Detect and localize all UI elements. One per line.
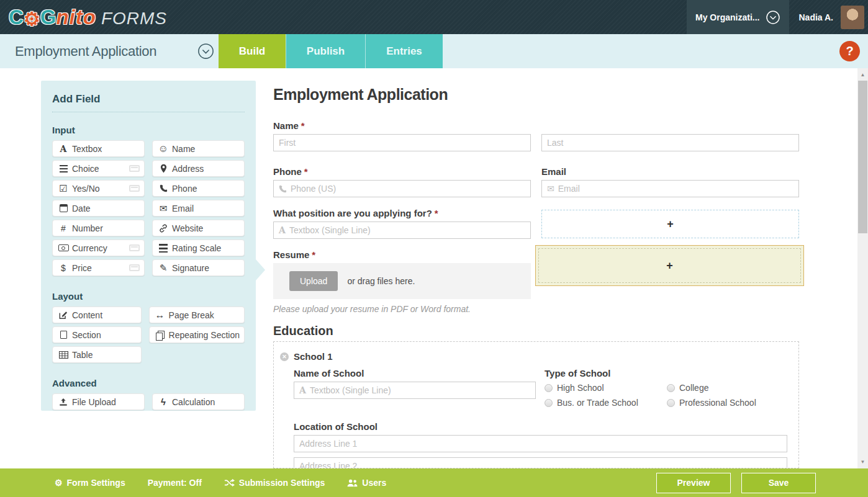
- email-input[interactable]: ✉ Email: [541, 180, 799, 197]
- address-line2-input[interactable]: Address Line 2: [294, 457, 787, 468]
- radio-icon[interactable]: [545, 399, 553, 407]
- field-button-phone[interactable]: Phone: [152, 180, 245, 197]
- checkbox-icon: ☑: [57, 183, 70, 194]
- field-button-rating-scale[interactable]: Rating Scale: [152, 240, 245, 256]
- logo-forms-text: FORMS: [101, 9, 167, 29]
- school-name-input[interactable]: A Textbox (Single Line): [294, 382, 536, 399]
- radio-icon[interactable]: [667, 384, 675, 392]
- radio-icon[interactable]: [545, 384, 553, 392]
- organization-menu-button[interactable]: My Organizati...: [687, 0, 789, 34]
- label-text: Name: [273, 120, 299, 131]
- radio-label: High School: [557, 383, 604, 393]
- top-header: C ⚙ G nito FORMS My Organizati... Nadia …: [0, 0, 868, 34]
- logo-letter-g: G: [40, 6, 57, 29]
- edit-icon: [57, 311, 70, 320]
- envelope-icon: ✉: [157, 203, 170, 214]
- location-of-school-label: Location of School: [294, 421, 377, 432]
- preview-button[interactable]: Preview: [656, 473, 731, 493]
- scrollbar-thumb[interactable]: [858, 81, 867, 233]
- field-button-table[interactable]: Table: [52, 346, 142, 363]
- field-button-section[interactable]: Section: [52, 326, 142, 343]
- calendar-icon: [57, 204, 70, 212]
- school-name-label: Name of School: [294, 368, 364, 378]
- textbox-placeholder-icon: A: [299, 385, 306, 395]
- field-button-signature[interactable]: ✎ Signature: [152, 259, 245, 276]
- add-field-panel: Add Field Input A Textbox ☺ Name Choice: [41, 81, 256, 411]
- add-field-dropzone[interactable]: +: [541, 210, 799, 238]
- remove-school-icon[interactable]: ✕: [280, 352, 289, 361]
- field-label: Table: [72, 350, 93, 360]
- field-button-content[interactable]: Content: [52, 307, 142, 323]
- vertical-scrollbar[interactable]: ▲ ▼: [857, 68, 868, 468]
- upload-button[interactable]: Upload: [289, 271, 338, 291]
- address-line1-input[interactable]: Address Line 1: [294, 435, 787, 452]
- field-label: Calculation: [172, 397, 215, 407]
- radio-option-college[interactable]: College: [667, 383, 708, 393]
- placeholder-text: First: [279, 138, 296, 148]
- gear-icon: ⚙: [55, 478, 63, 488]
- tab-publish[interactable]: Publish: [286, 34, 365, 68]
- save-button[interactable]: Save: [741, 473, 816, 493]
- position-input[interactable]: A Textbox (Single Line): [273, 222, 531, 239]
- add-field-title: Add Field: [52, 93, 245, 112]
- user-avatar[interactable]: [841, 6, 864, 29]
- field-button-price[interactable]: $ Price: [52, 259, 145, 276]
- field-button-calculation[interactable]: ϟ Calculation: [152, 393, 245, 410]
- radio-option-professional-school[interactable]: Professional School: [667, 398, 756, 408]
- field-button-file-upload[interactable]: File Upload: [52, 393, 145, 410]
- radio-option-trade-school[interactable]: Bus. or Trade School: [545, 398, 638, 408]
- radio-option-high-school[interactable]: High School: [545, 383, 604, 393]
- field-button-textbox[interactable]: A Textbox: [52, 140, 145, 157]
- form-menu-chevron-icon[interactable]: [197, 43, 214, 60]
- field-button-email[interactable]: ✉ Email: [152, 200, 245, 217]
- add-field-dropzone-selected[interactable]: +: [535, 245, 804, 286]
- help-button[interactable]: ?: [839, 41, 860, 61]
- field-label: Textbox: [72, 144, 102, 154]
- email-field-label: Email: [541, 166, 566, 177]
- textbox-placeholder-icon: A: [279, 225, 286, 235]
- user-name[interactable]: Nadia A.: [799, 12, 834, 22]
- field-label: Rating Scale: [172, 243, 221, 253]
- field-button-website[interactable]: Website: [152, 220, 245, 236]
- label-text: Phone: [273, 166, 302, 177]
- first-name-input[interactable]: First: [273, 134, 531, 151]
- form-settings-button[interactable]: ⚙ Form Settings: [55, 478, 125, 488]
- field-button-currency[interactable]: Currency: [52, 240, 145, 256]
- field-button-name[interactable]: ☺ Name: [152, 140, 245, 157]
- field-button-number[interactable]: # Number: [52, 220, 145, 236]
- field-button-repeating-section[interactable]: Repeating Section: [149, 326, 245, 343]
- phone-input[interactable]: Phone (US): [273, 180, 531, 197]
- organization-label: My Organizati...: [695, 12, 759, 22]
- submission-settings-button[interactable]: Submission Settings: [224, 478, 325, 488]
- field-button-address[interactable]: Address: [152, 160, 245, 177]
- field-label: Choice: [72, 164, 99, 174]
- field-label: Price: [72, 263, 92, 273]
- resume-upload-area[interactable]: Upload or drag files here.: [273, 263, 531, 299]
- field-label: Phone: [172, 184, 197, 194]
- field-label: Yes/No: [72, 184, 100, 194]
- field-button-date[interactable]: Date: [52, 200, 145, 217]
- field-label: Date: [72, 204, 91, 213]
- list-icon: [57, 165, 70, 172]
- tab-entries[interactable]: Entries: [365, 34, 443, 68]
- field-label: Email: [172, 204, 194, 213]
- link-icon: [157, 224, 170, 233]
- form-heading: Employment Application: [273, 86, 448, 104]
- logo-script-text: nito: [56, 6, 96, 29]
- last-name-input[interactable]: Last: [541, 134, 799, 151]
- radio-icon[interactable]: [667, 399, 675, 407]
- card-icon: [129, 165, 140, 172]
- scroll-down-icon[interactable]: ▼: [857, 459, 868, 465]
- banknote-icon: [57, 244, 70, 251]
- field-button-choice[interactable]: Choice: [52, 160, 145, 177]
- cognito-forms-logo[interactable]: C ⚙ G nito FORMS: [9, 6, 167, 29]
- payment-button[interactable]: Payment: Off: [148, 478, 202, 488]
- users-button[interactable]: Users: [347, 478, 386, 488]
- field-label: Page Break: [169, 310, 214, 320]
- field-button-yesno[interactable]: ☑ Yes/No: [52, 180, 145, 197]
- scroll-up-icon[interactable]: ▲: [857, 72, 868, 78]
- type-of-school-label: Type of School: [545, 368, 610, 378]
- field-button-page-break[interactable]: ↔ Page Break: [149, 307, 245, 323]
- tab-build[interactable]: Build: [219, 34, 286, 68]
- advanced-field-grid: File Upload ϟ Calculation: [52, 393, 245, 410]
